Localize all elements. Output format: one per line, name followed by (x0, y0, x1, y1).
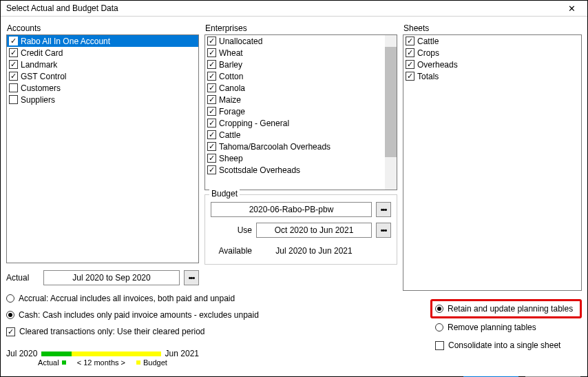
list-item-label: Cattle (417, 37, 439, 46)
checkbox-icon (406, 48, 414, 57)
checkbox-icon (207, 119, 216, 128)
accounts-label: Accounts (6, 22, 199, 34)
list-item-label: Unallocated (219, 37, 262, 46)
actual-range-field[interactable]: Jul 2020 to Sep 2020 (43, 270, 180, 285)
remove-radio-row[interactable]: Remove planning tables (430, 321, 582, 334)
list-item-label: Barley (219, 60, 242, 70)
radio-icon (435, 323, 443, 332)
radio-icon (6, 311, 14, 319)
close-button[interactable]: ✕ (561, 1, 582, 16)
checkbox-icon (207, 95, 216, 104)
list-item-label: Maize (219, 95, 241, 105)
list-item[interactable]: Unallocated (205, 35, 397, 47)
list-item-label: GST Control (21, 72, 66, 81)
checkbox-icon (9, 37, 18, 45)
remove-label: Remove planning tables (448, 323, 536, 332)
list-item[interactable]: Wheat (205, 47, 397, 59)
dialog-window: Select Actual and Budget Data ✕ Accounts… (0, 0, 588, 377)
scrollbar[interactable] (385, 35, 397, 190)
list-item[interactable]: Totals (403, 70, 581, 82)
list-item[interactable]: Cattle (403, 35, 581, 47)
list-item[interactable]: Tahoma/Barcoolah Overheads (205, 141, 397, 152)
list-item[interactable]: Canola (205, 82, 397, 94)
list-item[interactable]: GST Control (7, 70, 198, 82)
checkbox-icon (207, 60, 216, 69)
accrual-label: Accrual: Accrual includes all invoices, … (19, 294, 235, 303)
checkbox-icon (9, 95, 18, 104)
checkbox-icon (207, 142, 216, 151)
timeline-end: Jun 2021 (165, 349, 199, 358)
list-item[interactable]: Suppliers (7, 94, 198, 105)
checkbox-icon (207, 72, 216, 81)
enterprises-label: Enterprises (204, 22, 397, 34)
actual-row: Actual Jul 2020 to Sep 2020 ••• (6, 270, 199, 285)
list-item[interactable]: Forage (205, 105, 397, 117)
list-item-label: Cattle (219, 130, 240, 140)
budget-fieldset: Budget 2020-06-Rabo-PB-pbw ••• Use Oct 2… (204, 194, 397, 265)
checkbox-icon (207, 165, 216, 174)
budget-file-row: 2020-06-Rabo-PB-pbw ••• (211, 202, 391, 217)
sheets-listbox[interactable]: CattleCropsOverheadsTotals (403, 34, 582, 291)
budget-file-field[interactable]: 2020-06-Rabo-PB-pbw (211, 202, 372, 217)
list-item-label: Overheads (417, 60, 458, 70)
list-item[interactable]: Scottsdale Overheads (205, 164, 397, 176)
content-area: Accounts Rabo All In One AccountCredit C… (1, 17, 587, 372)
titlebar: Select Actual and Budget Data ✕ (1, 1, 587, 17)
list-item-label: Landmark (21, 60, 57, 70)
checkbox-icon (6, 327, 15, 336)
legend-budget-label: Budget (143, 358, 167, 367)
consolidate-check-row[interactable]: Consolidate into a single sheet (430, 339, 582, 351)
list-item[interactable]: Sheep (205, 152, 397, 164)
sheets-label: Sheets (403, 22, 582, 34)
list-item[interactable]: Overheads (403, 59, 581, 70)
list-item[interactable]: Barley (205, 59, 397, 70)
footer: OK Cancel (1, 372, 587, 377)
radio-icon (6, 294, 14, 303)
checkbox-icon (406, 37, 414, 45)
list-item[interactable]: Crops (403, 47, 581, 59)
list-item-label: Credit Card (21, 48, 63, 58)
checkbox-icon (9, 72, 18, 81)
list-item[interactable]: Customers (7, 82, 198, 94)
list-item-label: Suppliers (21, 95, 55, 105)
checkbox-icon (9, 83, 18, 92)
list-item-label: Sheep (219, 154, 243, 163)
list-item[interactable]: Cropping - General (205, 117, 397, 129)
list-item-label: Wheat (219, 48, 243, 58)
timeline-bar (41, 351, 160, 356)
list-item[interactable]: Credit Card (7, 47, 198, 59)
radio-icon (435, 305, 443, 313)
use-range-field[interactable]: Oct 2020 to Jun 2021 (256, 223, 372, 238)
list-item-label: Tahoma/Barcoolah Overheads (219, 142, 330, 152)
list-item-label: Canola (219, 83, 245, 93)
list-item[interactable]: Rabo All In One Account (7, 35, 198, 47)
highlight-retain: Retain and update planning tables (430, 299, 582, 318)
list-item[interactable]: Landmark (7, 59, 198, 70)
checkbox-icon (435, 341, 444, 350)
list-item[interactable]: Maize (205, 94, 397, 105)
checkbox-icon (207, 48, 216, 57)
timeline-legend: Actual < 12 months > Budget (6, 358, 199, 367)
list-item-label: Crops (417, 48, 439, 58)
enterprises-listbox[interactable]: UnallocatedWheatBarleyCottonCanolaMaizeF… (204, 34, 397, 190)
checkbox-icon (207, 130, 216, 139)
list-item[interactable]: Cotton (205, 70, 397, 82)
retain-radio-row[interactable]: Retain and update planning tables (435, 303, 577, 315)
use-browse-button[interactable]: ••• (376, 223, 391, 238)
list-item-label: Scottsdale Overheads (219, 165, 300, 175)
timeline-budget-segment (72, 351, 161, 356)
budget-file-browse-button[interactable]: ••• (376, 202, 391, 217)
budget-use-row: Use Oct 2020 to Jun 2021 ••• (211, 223, 391, 238)
list-item-label: Totals (417, 72, 439, 81)
actual-browse-button[interactable]: ••• (184, 270, 199, 285)
scrollbar-thumb[interactable] (385, 47, 397, 157)
checkbox-icon (207, 83, 216, 92)
list-item[interactable]: Cattle (205, 129, 397, 141)
checkbox-icon (406, 60, 414, 69)
checkbox-icon (9, 60, 18, 69)
accounts-listbox[interactable]: Rabo All In One AccountCredit CardLandma… (6, 34, 199, 263)
actual-label: Actual (6, 273, 39, 283)
checkbox-icon (207, 154, 216, 163)
list-item-label: Rabo All In One Account (21, 37, 110, 46)
list-item-label: Forage (219, 107, 245, 116)
